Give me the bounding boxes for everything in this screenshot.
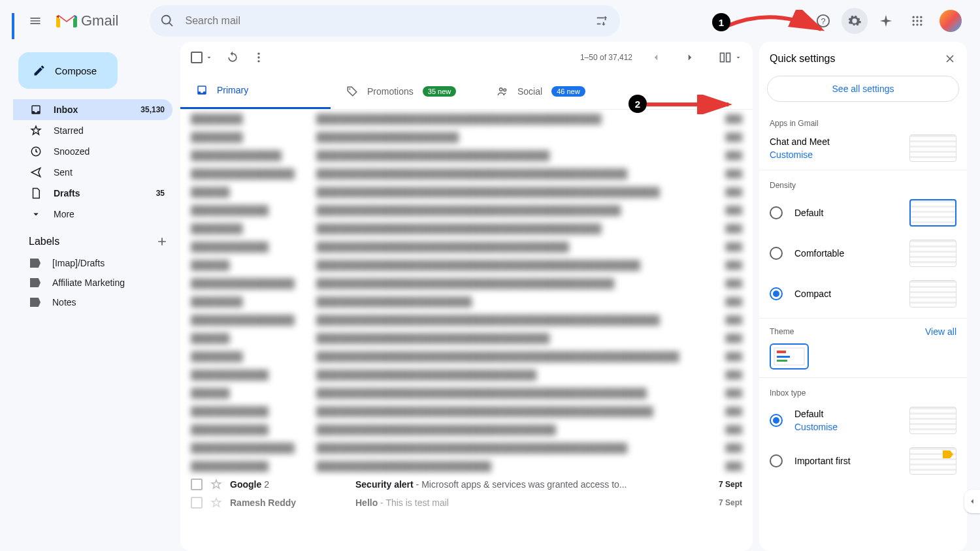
mail-rows: ████████████████████████████████████████…	[180, 110, 753, 551]
radio-icon	[770, 287, 783, 300]
inbox-icon	[196, 84, 208, 96]
nav-sent[interactable]: Sent	[13, 162, 172, 183]
density-thumb	[909, 280, 956, 307]
prev-page-button[interactable]	[645, 47, 666, 68]
inbox-type-thumb	[909, 447, 956, 475]
svg-point-17	[349, 88, 350, 89]
help-icon: ?	[816, 14, 830, 28]
compose-button[interactable]: Compose	[18, 52, 118, 89]
more-vert-icon[interactable]	[252, 51, 265, 64]
collapse-side-panel[interactable]	[964, 490, 980, 513]
svg-point-3	[916, 16, 918, 18]
svg-point-10	[920, 24, 922, 25]
radio-icon	[770, 247, 783, 260]
spark-icon	[879, 14, 893, 28]
radio-icon	[770, 414, 783, 427]
split-icon	[719, 51, 732, 64]
label-imap-drafts[interactable]: [Imap]/Drafts	[13, 253, 180, 273]
chevron-left-icon	[650, 52, 662, 63]
mail-row[interactable]: Ramesh Reddy Hello - This is test mail 7…	[180, 494, 753, 512]
svg-point-4	[920, 16, 922, 18]
svg-rect-15	[721, 53, 725, 61]
density-compact[interactable]: Compact	[759, 274, 967, 314]
theme-selected-thumb[interactable]	[770, 343, 809, 370]
nav-starred[interactable]: Starred	[13, 120, 172, 141]
apps-grid-icon	[911, 14, 924, 27]
search-icon	[160, 14, 174, 28]
nav-inbox[interactable]: Inbox35,130	[13, 99, 172, 120]
density-comfortable[interactable]: Comfortable	[759, 233, 967, 274]
section-title-theme: Theme	[770, 327, 794, 336]
tab-promotions[interactable]: Promotions 35 new	[331, 73, 481, 109]
next-page-button[interactable]	[679, 47, 700, 68]
gemini-button[interactable]	[873, 8, 899, 34]
search-input[interactable]	[185, 15, 585, 27]
svg-rect-16	[727, 53, 730, 61]
search-options-icon[interactable]	[595, 14, 610, 28]
split-pane-toggle[interactable]	[719, 51, 742, 64]
see-all-settings-button[interactable]: See all settings	[767, 76, 959, 102]
nav-drafts[interactable]: Drafts35	[13, 183, 172, 204]
star-outline-icon[interactable]	[210, 497, 222, 509]
star-icon	[30, 125, 42, 136]
svg-text:?: ?	[821, 16, 825, 26]
theme-view-all[interactable]: View all	[925, 326, 956, 337]
clock-icon	[30, 146, 42, 157]
chevron-left-icon	[968, 497, 977, 506]
density-default[interactable]: Default	[759, 193, 967, 233]
tab-social[interactable]: Social 46 new	[481, 73, 631, 109]
tab-primary[interactable]: Primary	[180, 73, 331, 109]
label-affiliate-marketing[interactable]: Affiliate Marketing	[13, 273, 180, 292]
star-outline-icon[interactable]	[210, 479, 222, 490]
compose-label: Compose	[55, 65, 97, 76]
file-icon	[30, 187, 42, 199]
inbox-type-important-first[interactable]: Important first	[759, 441, 967, 481]
svg-point-2	[913, 16, 915, 18]
caret-down-icon	[734, 54, 742, 61]
refresh-icon[interactable]	[226, 51, 239, 64]
label-notes[interactable]: Notes	[13, 292, 180, 312]
inbox-type-default[interactable]: Default Customise	[759, 400, 967, 441]
label-tag-icon	[30, 298, 41, 307]
apps-button[interactable]	[904, 8, 930, 34]
svg-point-8	[913, 24, 915, 25]
menu-button[interactable]	[20, 5, 51, 37]
tag-icon	[346, 86, 358, 97]
people-icon	[497, 86, 508, 97]
left-accent-bar	[12, 13, 14, 39]
mail-row[interactable]: Google 2 Security alert - Microsoft apps…	[180, 475, 753, 494]
inbox-default-customise[interactable]: Customise	[794, 422, 838, 432]
gmail-logo[interactable]: Gmail	[56, 12, 118, 29]
row-checkbox[interactable]	[191, 497, 203, 509]
select-all[interactable]	[191, 52, 213, 63]
mail-toolbar: 1–50 of 37,412	[180, 42, 753, 73]
search-bar[interactable]	[150, 5, 620, 37]
label-tag-icon	[30, 259, 41, 268]
help-button[interactable]: ?	[810, 8, 836, 34]
section-title-inbox-type: Inbox type	[759, 382, 967, 400]
quick-settings-panel: Quick settings See all settings Apps in …	[759, 42, 967, 551]
row-date: 7 Sept	[719, 498, 742, 507]
inbox-type-thumb	[909, 407, 956, 434]
account-avatar[interactable]	[939, 10, 962, 32]
caret-down-icon	[205, 54, 213, 61]
settings-button[interactable]	[841, 8, 868, 34]
pencil-icon	[33, 64, 46, 77]
nav-snoozed[interactable]: Snoozed	[13, 141, 172, 162]
close-icon[interactable]	[943, 52, 956, 65]
nav-more[interactable]: More	[13, 204, 172, 225]
svg-point-5	[913, 20, 915, 22]
row-checkbox[interactable]	[191, 479, 203, 490]
chat-meet-customise[interactable]: Customise	[770, 150, 830, 160]
checkbox-icon	[191, 52, 203, 63]
svg-point-13	[257, 56, 259, 58]
chat-meet-label: Chat and Meet	[770, 136, 830, 147]
mail-main: 1–50 of 37,412 Primary Promotions 35 new	[180, 42, 753, 551]
svg-rect-22	[777, 356, 790, 358]
label-tag-icon	[30, 278, 41, 287]
plus-icon[interactable]	[155, 235, 169, 248]
density-thumb	[909, 240, 956, 267]
row-sender: Google 2	[230, 479, 348, 490]
sidebar: Compose Inbox35,130 Starred Snoozed Sent…	[13, 42, 180, 551]
svg-point-7	[920, 20, 922, 22]
